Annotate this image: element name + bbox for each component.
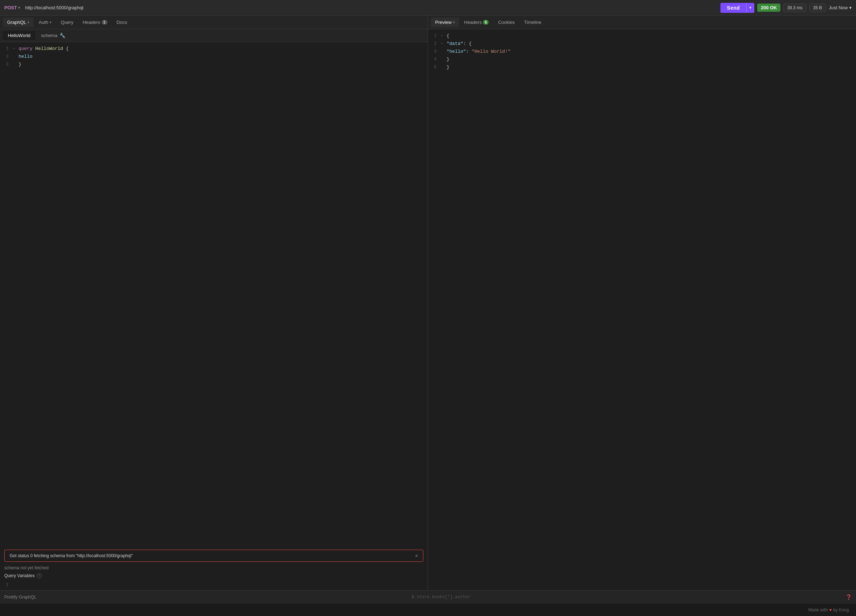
query-variables-label: Query Variables bbox=[4, 573, 35, 578]
bottom-bar: Prettify GraphQL $.store.books[*].author… bbox=[0, 590, 856, 603]
tab-auth-label: Auth bbox=[38, 20, 48, 25]
query-variables-header: Query Variables ? bbox=[0, 571, 428, 580]
code-token: "Hello World!" bbox=[471, 49, 510, 54]
line-number: 3 bbox=[0, 61, 13, 68]
line-number: 3 bbox=[428, 48, 441, 55]
timestamp-chevron-icon: ▾ bbox=[849, 5, 852, 10]
query-tab-schema[interactable]: schema 🔧 bbox=[36, 31, 70, 40]
code-line: 4 } bbox=[428, 55, 856, 63]
tab-response-headers[interactable]: Headers 5 bbox=[460, 17, 493, 27]
error-toast-text: Got status 0 fetching schema from "http:… bbox=[10, 553, 133, 558]
left-tab-bar: GraphQL ▾ Auth ▾ Query Headers 1 Docs bbox=[0, 16, 428, 29]
graphql-tab-chevron-icon: ▾ bbox=[28, 20, 29, 24]
code-token: query bbox=[18, 46, 32, 51]
error-toast: Got status 0 fetching schema from "http:… bbox=[4, 550, 423, 562]
tab-auth[interactable]: Auth ▾ bbox=[34, 17, 55, 27]
code-token: : { bbox=[463, 41, 471, 46]
bottom-help-icon[interactable]: ❓ bbox=[846, 594, 852, 600]
line-content: "hello": "Hello World!" bbox=[446, 48, 510, 55]
method-chevron-icon: ▾ bbox=[18, 6, 20, 10]
tab-graphql-label: GraphQL bbox=[7, 20, 26, 25]
line-number: 4 bbox=[428, 56, 441, 63]
query-tab-hello-label: HelloWorld bbox=[8, 33, 30, 38]
status-badge: 200 OK bbox=[757, 3, 781, 12]
code-line: 1▾{ bbox=[428, 32, 856, 40]
prettify-button[interactable]: Prettify GraphQL bbox=[4, 594, 36, 600]
footer: Made with ♥ by Kong bbox=[0, 603, 856, 616]
url-input[interactable] bbox=[25, 5, 717, 10]
tab-cookies[interactable]: Cookies bbox=[494, 17, 519, 27]
response-viewer: 1▾{2▾ "data": {3 "hello": "Hello World!"… bbox=[428, 29, 856, 590]
response-time-pill: 39.3 ms bbox=[783, 3, 807, 12]
line-content: } bbox=[446, 64, 450, 71]
code-token: { bbox=[446, 33, 450, 38]
code-token: } bbox=[446, 65, 450, 70]
query-variables-help-icon[interactable]: ? bbox=[37, 573, 42, 578]
tab-cookies-label: Cookies bbox=[498, 20, 515, 25]
code-token: "hello" bbox=[446, 49, 466, 54]
code-token: hello bbox=[18, 54, 32, 59]
tab-query[interactable]: Query bbox=[56, 17, 77, 27]
right-tab-bar: Preview ▾ Headers 5 Cookies Timeline bbox=[428, 16, 856, 29]
code-token: HelloWorld bbox=[35, 46, 63, 51]
wrench-icon: 🔧 bbox=[60, 33, 65, 38]
method-label: POST bbox=[4, 5, 17, 10]
left-panel: GraphQL ▾ Auth ▾ Query Headers 1 Docs He… bbox=[0, 16, 428, 590]
code-token: { bbox=[63, 46, 69, 51]
line-toggle-icon: ▾ bbox=[441, 40, 446, 48]
heart-icon: ♥ bbox=[829, 607, 832, 613]
tab-preview-label: Preview bbox=[435, 20, 451, 25]
code-editor[interactable]: 1▾query HelloWorld {2 hello3} bbox=[0, 42, 428, 546]
line-content: } bbox=[446, 56, 450, 63]
tab-timeline[interactable]: Timeline bbox=[520, 17, 546, 27]
made-with-text: Made with bbox=[808, 607, 828, 613]
query-tab-schema-label: schema bbox=[41, 33, 57, 38]
send-btn-group[interactable]: Send ▾ bbox=[721, 3, 754, 13]
line-content: hello bbox=[18, 53, 32, 60]
right-panel: Preview ▾ Headers 5 Cookies Timeline 1▾{… bbox=[428, 16, 856, 590]
tab-graphql[interactable]: GraphQL ▾ bbox=[3, 17, 34, 27]
top-bar: POST ▾ Send ▾ 200 OK 39.3 ms 35 B Just N… bbox=[0, 0, 856, 16]
send-button[interactable]: Send bbox=[721, 3, 746, 13]
toast-close-button[interactable]: × bbox=[415, 553, 418, 559]
query-vars-editor[interactable]: 1 bbox=[0, 580, 428, 590]
tab-headers-label: Headers bbox=[83, 20, 100, 25]
tab-timeline-label: Timeline bbox=[524, 20, 542, 25]
line-content: { bbox=[446, 32, 450, 40]
code-line: 2▾ "data": { bbox=[428, 40, 856, 48]
tab-docs-label: Docs bbox=[117, 20, 127, 25]
code-line: 3} bbox=[0, 61, 428, 68]
schema-status-text: schema not yet fetched bbox=[4, 565, 49, 570]
line-number: 2 bbox=[428, 40, 441, 48]
method-selector[interactable]: POST ▾ bbox=[4, 5, 20, 10]
code-token bbox=[32, 46, 35, 51]
line-number: 1 bbox=[0, 45, 13, 52]
code-line: 2 hello bbox=[0, 53, 428, 61]
timestamp-text: Just Now bbox=[829, 5, 848, 10]
query-tabs: HelloWorld schema 🔧 bbox=[0, 29, 428, 42]
auth-tab-chevron-icon: ▾ bbox=[49, 20, 51, 24]
query-tab-helloworld[interactable]: HelloWorld bbox=[3, 31, 35, 40]
code-token: "data" bbox=[446, 41, 463, 46]
line-number: 2 bbox=[0, 53, 13, 60]
preview-tab-chevron-icon: ▾ bbox=[453, 20, 455, 24]
tab-docs[interactable]: Docs bbox=[112, 17, 132, 27]
tab-preview[interactable]: Preview ▾ bbox=[431, 17, 459, 27]
line-number: 1 bbox=[428, 32, 441, 40]
response-size-pill: 35 B bbox=[809, 3, 826, 12]
code-line: 3 "hello": "Hello World!" bbox=[428, 48, 856, 55]
code-line: 5} bbox=[428, 63, 856, 71]
line-content: "data": { bbox=[446, 40, 471, 48]
line-content: } bbox=[18, 61, 22, 68]
tab-headers[interactable]: Headers 1 bbox=[79, 17, 112, 27]
line-toggle-icon: ▾ bbox=[441, 32, 446, 40]
line-num-1: 1 bbox=[0, 581, 13, 588]
tab-response-headers-label: Headers bbox=[464, 20, 482, 25]
schema-status: schema not yet fetched bbox=[0, 564, 428, 571]
jsonpath-hint: $.store.books[*].author bbox=[412, 594, 471, 600]
response-headers-badge: 5 bbox=[483, 20, 489, 25]
line-number: 5 bbox=[428, 64, 441, 71]
timestamp: Just Now ▾ bbox=[829, 5, 852, 10]
send-dropdown-button[interactable]: ▾ bbox=[747, 3, 754, 12]
code-token: } bbox=[446, 57, 450, 62]
